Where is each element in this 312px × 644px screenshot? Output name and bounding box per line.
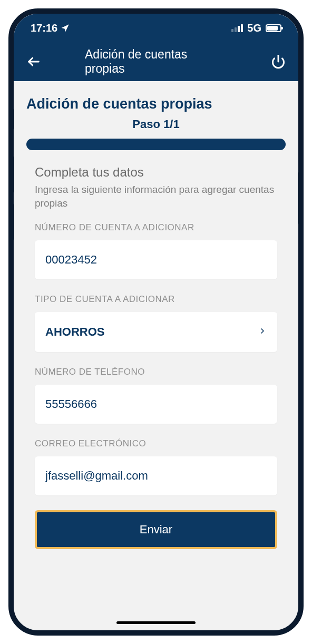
account-number-value: 00023452 [45, 253, 97, 267]
account-type-select[interactable]: AHORROS [35, 312, 277, 352]
page-title: Adición de cuentas propias [26, 96, 286, 112]
account-number-input[interactable]: 00023452 [35, 240, 277, 279]
phone-label: NÚMERO DE TELÉFONO [35, 367, 277, 377]
section-description: Ingresa la siguiente información para ag… [35, 183, 277, 210]
account-number-label: NÚMERO DE CUENTA A ADICIONAR [35, 222, 277, 233]
location-icon [61, 23, 70, 33]
email-label: CORREO ELECTRÓNICO [35, 438, 277, 449]
side-button [11, 156, 14, 193]
back-button[interactable] [26, 54, 41, 69]
status-bar: 17:16 5G [14, 14, 298, 42]
section-title: Completa tus datos [35, 165, 277, 180]
email-input[interactable]: jfasselli@gmail.com [35, 456, 277, 495]
power-icon [271, 54, 286, 69]
step-label: Paso 1/1 [26, 118, 286, 131]
phone-value: 55556666 [45, 397, 97, 411]
submit-label: Enviar [140, 523, 172, 536]
account-type-value: AHORROS [45, 325, 104, 339]
side-button [11, 203, 14, 240]
chevron-right-icon [258, 325, 267, 339]
side-button [298, 172, 301, 225]
status-time: 17:16 [31, 22, 57, 34]
network-label: 5G [247, 22, 261, 34]
email-value: jfasselli@gmail.com [45, 469, 148, 483]
signal-icon [231, 24, 243, 32]
account-type-label: TIPO DE CUENTA A ADICIONAR [35, 294, 277, 305]
home-indicator[interactable] [116, 621, 196, 624]
phone-frame: 17:16 5G Adición de cuentas propias Adic… [8, 8, 304, 636]
logout-button[interactable] [271, 54, 286, 69]
submit-button[interactable]: Enviar [35, 510, 277, 549]
nav-header: Adición de cuentas propias [14, 42, 298, 81]
arrow-left-icon [26, 54, 41, 69]
battery-icon [266, 24, 281, 32]
nav-title: Adición de cuentas propias [85, 47, 227, 76]
content-area: Adición de cuentas propias Paso 1/1 Comp… [14, 81, 298, 560]
progress-bar [26, 139, 286, 150]
side-button [11, 109, 14, 130]
phone-input[interactable]: 55556666 [35, 385, 277, 424]
